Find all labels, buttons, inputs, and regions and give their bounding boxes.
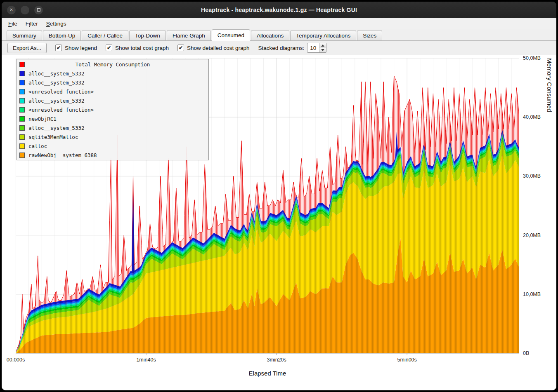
legend-row-unresolved-function: <unresolved function>: [17, 105, 208, 114]
x-tick-label: 3min20s: [258, 357, 295, 363]
legend-row-total-memory-consumption: Total Memory Consumption: [17, 60, 208, 69]
spin-up-button[interactable]: [319, 43, 326, 48]
minimize-button[interactable]: –: [21, 6, 29, 14]
tab-allocations[interactable]: Allocations: [251, 30, 289, 41]
app-window: ✕– Heaptrack - heaptrack.wakunode.1.gz —…: [2, 2, 556, 390]
legend-swatch: [19, 125, 25, 131]
legend-row-calloc: calloc: [17, 141, 208, 150]
checkbox-group-show-legend: ✔Show legend: [55, 45, 97, 51]
tabbar: SummaryBottom-UpCaller / CalleeTop-DownF…: [2, 29, 556, 41]
legend-label: calloc: [28, 143, 47, 149]
stacked-diagrams-label: Stacked diagrams:: [258, 45, 305, 51]
legend-row-alloc-system-5332: alloc__system_5332: [17, 96, 208, 105]
titlebar: ✕– Heaptrack - heaptrack.wakunode.1.gz —…: [2, 2, 556, 18]
y-tick-label: 10,0MB: [523, 291, 541, 297]
stacked-diagrams-value[interactable]: 10: [307, 43, 319, 52]
tab-bottom-up[interactable]: Bottom-Up: [43, 30, 81, 41]
tab-top-down[interactable]: Top-Down: [129, 30, 166, 41]
legend-label: alloc__system_5332: [28, 125, 84, 131]
menubar: FileFilterSettings: [2, 18, 556, 29]
tab-summary[interactable]: Summary: [7, 30, 42, 41]
y-tick-label: 30,0MB: [523, 173, 541, 179]
legend-label: Total Memory Consumption: [76, 61, 150, 68]
legend-swatch: [19, 116, 25, 122]
menu-settings[interactable]: Settings: [42, 19, 71, 28]
legend-row-alloc-system-5332: alloc__system_5332: [17, 123, 208, 132]
window-buttons: ✕–: [7, 2, 43, 18]
legend-swatch: [19, 143, 25, 149]
window-title: Heaptrack - heaptrack.wakunode.1.gz — He…: [201, 7, 357, 13]
checkbox-group-show-detailed-cost-graph: ✔Show detailed cost graph: [177, 45, 250, 51]
checkbox-label: Show legend: [65, 45, 97, 51]
x-tick-label: 00.000s: [2, 357, 34, 363]
y-tick-label: 50,0MB: [523, 55, 541, 61]
legend-label: newObjRC1: [28, 116, 57, 122]
menu-file[interactable]: File: [4, 19, 21, 28]
legend-swatch: [19, 62, 25, 67]
tab-temporary-allocations[interactable]: Temporary Allocations: [290, 30, 356, 41]
toolbar-checkboxes: ✔Show legend✔Show total cost graph✔Show …: [55, 45, 250, 51]
checkbox-label: Show detailed cost graph: [187, 45, 250, 51]
close-icon: ✕: [9, 8, 13, 12]
checkmark-icon: ✔: [107, 45, 111, 51]
x-tick-label: 5min00s: [388, 357, 426, 363]
legend-label: <unresolved function>: [28, 107, 94, 113]
y-tick-label: 0B: [523, 350, 529, 356]
y-axis-title: Memory Consumed: [546, 58, 553, 353]
spin-down-button[interactable]: [319, 48, 326, 53]
checkbox-show-detailed-cost-graph[interactable]: ✔: [177, 45, 184, 51]
legend-label: alloc__system_5332: [28, 70, 84, 77]
legend-row-rawnewobj-system-6388: rawNewObj__system_6388: [17, 150, 208, 160]
legend-swatch: [19, 80, 25, 85]
consumed-chart: Total Memory Consumptionalloc__system_53…: [2, 55, 556, 390]
legend-row-alloc-system-5332: alloc__system_5332: [17, 69, 208, 78]
chevron-up-icon: [321, 45, 324, 47]
legend-label: alloc__system_5332: [28, 98, 84, 104]
close-button[interactable]: ✕: [7, 6, 16, 14]
legend-label: alloc__system_5332: [28, 80, 84, 86]
legend-row-unresolved-function: <unresolved function>: [17, 87, 208, 96]
legend-swatch: [19, 134, 25, 140]
checkbox-group-show-total-cost-graph: ✔Show total cost graph: [106, 45, 169, 51]
minimize-icon: –: [24, 8, 26, 12]
menu-filter[interactable]: Filter: [21, 19, 42, 28]
y-tick-label: 40,0MB: [523, 114, 541, 120]
checkbox-show-total-cost-graph[interactable]: ✔: [106, 45, 112, 51]
maximize-icon: [37, 8, 40, 12]
checkmark-icon: ✔: [179, 45, 183, 51]
spin-buttons: [319, 43, 326, 52]
checkmark-icon: ✔: [57, 45, 61, 51]
chevron-down-icon: [321, 49, 324, 51]
legend-label: <unresolved function>: [28, 89, 94, 95]
checkbox-show-legend[interactable]: ✔: [55, 45, 62, 51]
x-tick-label: 1min40s: [128, 357, 165, 363]
tab-consumed[interactable]: Consumed: [212, 29, 250, 41]
legend-label: sqlite3MemMalloc: [28, 134, 78, 140]
legend-row-newobjrc1: newObjRC1: [17, 114, 208, 123]
tab-flame-graph[interactable]: Flame Graph: [167, 30, 211, 41]
toolbar: Export As... ✔Show legend✔Show total cos…: [2, 41, 556, 55]
y-tick-label: 20,0MB: [523, 232, 541, 238]
legend-swatch: [19, 107, 25, 113]
legend-label: rawNewObj__system_6388: [28, 152, 97, 158]
legend-row-alloc-system-5332: alloc__system_5332: [17, 78, 208, 87]
tab-caller-callee[interactable]: Caller / Callee: [82, 30, 128, 41]
x-axis-title: Elapsed Time: [16, 370, 519, 377]
legend-row-sqlite3memmalloc: sqlite3MemMalloc: [17, 132, 208, 141]
legend-swatch: [19, 153, 25, 158]
chart-legend: Total Memory Consumptionalloc__system_53…: [17, 59, 209, 160]
export-as-button[interactable]: Export As...: [7, 43, 47, 53]
maximize-button[interactable]: [34, 6, 43, 14]
legend-swatch: [19, 89, 25, 94]
stacked-diagrams-spinbox: 10: [307, 43, 326, 53]
tab-sizes[interactable]: Sizes: [357, 30, 382, 41]
legend-swatch: [19, 71, 25, 76]
legend-swatch: [19, 98, 25, 103]
checkbox-label: Show total cost graph: [115, 45, 169, 51]
